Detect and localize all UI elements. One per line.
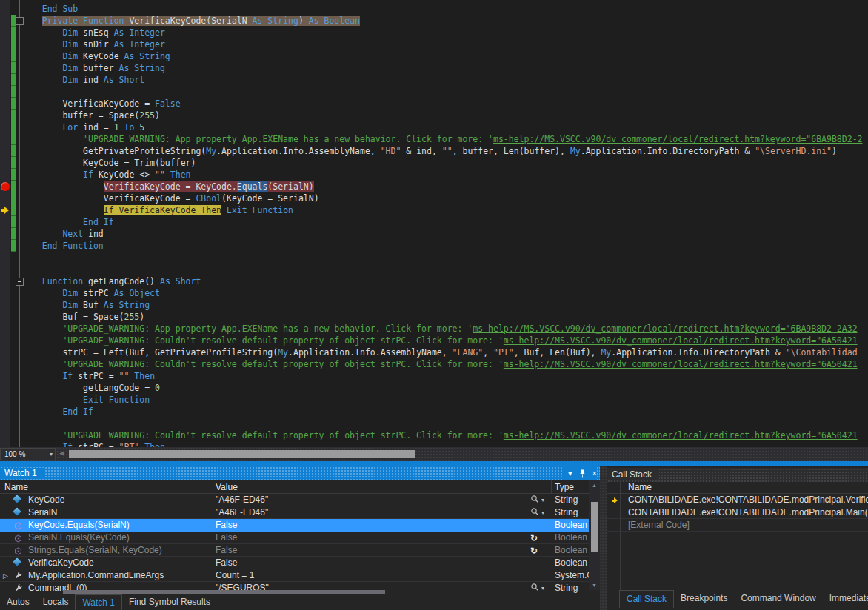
watch-row[interactable]: SerialN.Equals(KeyCode)FalseBoolean↻ xyxy=(0,532,589,544)
callstack-column-headers[interactable]: Name xyxy=(607,480,868,494)
expander-icon[interactable]: ▷ xyxy=(3,570,8,582)
watch-vertical-scrollbar[interactable]: ▲ ▼ xyxy=(589,480,600,590)
code-line[interactable]: VerificaKeyCode = False xyxy=(21,98,181,110)
breakpoint-icon[interactable] xyxy=(1,182,10,191)
code-line[interactable]: Buf = Space(255) xyxy=(21,311,144,323)
watch-row[interactable]: Strings.Equals(SerialN, KeyCode)FalseBoo… xyxy=(0,544,589,557)
callstack-frame-row[interactable]: CONTABILIDADE.exe!CONTABILIDADE.modPrinc… xyxy=(607,494,868,506)
watch-row[interactable]: ▷My.Application.CommandLineArgsCount = 1… xyxy=(0,569,589,582)
code-line[interactable]: 'UPGRADE_WARNING: Couldn't resolve defau… xyxy=(21,429,858,441)
code-line[interactable]: VerificaKeyCode = CBool(KeyCode = Serial… xyxy=(21,192,319,204)
code-line[interactable]: 'UPGRADE_WARNING: App property App.EXENa… xyxy=(21,323,858,335)
watch-horizontal-scrollbar-thumb[interactable] xyxy=(63,590,385,594)
callstack-frame-row[interactable]: CONTABILIDADE.exe!CONTABILIDADE.modPrinc… xyxy=(607,506,868,519)
code-line[interactable]: End Sub xyxy=(21,3,78,15)
chevron-down-icon[interactable]: ▾ xyxy=(541,507,544,519)
watch-type-cell: System.C xyxy=(555,569,589,581)
tab-call-stack[interactable]: Call Stack xyxy=(619,590,674,608)
code-line[interactable]: If VerificaKeyCode Then Exit Function xyxy=(21,204,293,216)
magnifier-icon[interactable] xyxy=(530,583,539,594)
column-divider[interactable] xyxy=(551,480,552,494)
refresh-value[interactable]: ↻ xyxy=(530,532,538,544)
code-line[interactable]: Dim buffer As String xyxy=(21,62,165,74)
upgrade-warning-link[interactable]: ms-help://MS.VSCC.v90/dv_commoner/local/… xyxy=(504,430,858,440)
window-position-chevron-icon[interactable]: ▾ xyxy=(568,466,572,480)
code-line[interactable]: End If xyxy=(21,216,114,228)
code-token xyxy=(21,406,62,417)
value-magnifier[interactable]: ▾ xyxy=(530,583,544,594)
watch-row[interactable]: KeyCode"A46F-ED46"String▾ xyxy=(0,494,589,506)
chevron-down-icon[interactable]: ▾ xyxy=(541,583,544,594)
value-magnifier[interactable]: ▾ xyxy=(530,495,544,506)
code-line[interactable]: 'UPGRADE_WARNING: Couldn't resolve defau… xyxy=(21,358,858,370)
code-line[interactable]: buffer = Space(255) xyxy=(21,110,160,121)
editor-horizontal-scrollbar-thumb[interactable] xyxy=(69,450,415,458)
code-line[interactable]: Dim snDir As Integer xyxy=(21,38,165,50)
tab-find-symbol-results[interactable]: Find Symbol Results xyxy=(122,594,217,610)
close-icon[interactable]: × xyxy=(592,466,597,480)
refresh-value[interactable]: ↻ xyxy=(530,545,538,557)
code-line[interactable]: getLangCode = 0 xyxy=(21,382,160,394)
pin-icon[interactable] xyxy=(579,469,586,478)
code-line[interactable]: 'UPGRADE_WARNING: App property App.EXENa… xyxy=(21,133,862,145)
code-line[interactable]: KeyCode = Trim(buffer) xyxy=(21,157,196,169)
upgrade-warning-link[interactable]: ms-help://MS.VSCC.v90/dv_commoner/local/… xyxy=(473,324,857,334)
watch-row[interactable]: SerialN"A46F-ED46"String▾ xyxy=(0,506,589,519)
code-line[interactable]: Function getLangCode() As Short xyxy=(21,275,201,287)
code-line[interactable]: End If xyxy=(21,406,93,418)
upgrade-warning-link[interactable]: ms-help://MS.VSCC.v90/dv_commoner/local/… xyxy=(504,335,858,346)
column-divider[interactable] xyxy=(210,480,210,494)
code-line[interactable]: GetPrivateProfileString(My.Application.I… xyxy=(21,145,837,157)
zoom-level-combo[interactable]: 100 % ▾ xyxy=(0,448,56,460)
scroll-up-icon[interactable]: ▲ xyxy=(589,483,600,488)
code-line[interactable]: For ind = 1 To 5 xyxy=(21,121,144,133)
code-line[interactable]: End Function xyxy=(21,240,104,252)
code-line[interactable]: Dim ind As Short xyxy=(21,74,144,86)
magnifier-icon[interactable] xyxy=(530,507,539,519)
breakpoint-margin[interactable] xyxy=(0,0,10,447)
tab-autos[interactable]: Autos xyxy=(0,594,36,610)
tab-command-window[interactable]: Command Window xyxy=(734,590,822,608)
scroll-left-icon[interactable]: ◀ xyxy=(59,449,64,457)
callstack-frame-row[interactable]: [External Code] xyxy=(607,519,868,532)
tab-immediate-window[interactable]: Immediate Window xyxy=(823,590,868,608)
tab-locals[interactable]: Locals xyxy=(36,594,76,610)
fold-collapse-toggle[interactable] xyxy=(16,278,24,286)
fold-collapse-toggle[interactable] xyxy=(16,17,24,25)
tab-watch-1[interactable]: Watch 1 xyxy=(75,594,122,610)
tab-breakpoints[interactable]: Breakpoints xyxy=(674,590,734,608)
code-line[interactable]: Dim KeyCode As String xyxy=(21,50,170,62)
watch-row[interactable]: KeyCode.Equals(SerialN)FalseBoolean xyxy=(0,519,589,532)
upgrade-warning-link[interactable]: ms-help://MS.VSCC.v90/dv_commoner/local/… xyxy=(493,134,863,144)
code-line[interactable]: 'UPGRADE_WARNING: Couldn't resolve defau… xyxy=(21,335,858,346)
code-line[interactable]: VerificaKeyCode = KeyCode.Equals(SerialN… xyxy=(21,181,314,192)
current-statement-arrow-icon[interactable] xyxy=(4,207,9,214)
code-line[interactable]: Exit Function xyxy=(21,394,150,406)
code-line[interactable]: Dim strPC As Object xyxy=(21,287,160,299)
code-token: KeyCode = Trim(buffer) xyxy=(21,158,196,168)
code-line[interactable]: Dim Buf As String xyxy=(21,299,150,311)
code-line[interactable]: If strPC = "" Then xyxy=(21,370,155,382)
watch-title-bar[interactable]: Watch 1 ▾ × xyxy=(0,466,600,480)
watch-row[interactable]: VerificaKeyCodeFalseBoolean xyxy=(0,557,589,569)
refresh-icon[interactable]: ↻ xyxy=(530,545,538,557)
code-token xyxy=(21,442,62,447)
code-editor[interactable]: End Sub Private Function VerificaKeyCode… xyxy=(0,0,868,447)
code-line[interactable]: Next ind xyxy=(21,228,104,240)
code-token: My xyxy=(278,347,288,358)
code-token: My xyxy=(570,146,581,156)
scroll-down-icon[interactable]: ▼ xyxy=(589,583,600,588)
code-line[interactable]: If KeyCode <> "" Then xyxy=(21,169,191,181)
code-line[interactable]: Private Function VerificaKeyCode(SerialN… xyxy=(21,15,360,27)
code-line[interactable]: Dim snEsq As Integer xyxy=(21,27,165,38)
watch-scrollbar-thumb[interactable] xyxy=(591,502,598,552)
refresh-icon[interactable]: ↻ xyxy=(530,532,538,544)
value-magnifier[interactable]: ▾ xyxy=(530,507,544,519)
code-line[interactable]: strPC = Left(Buf, GetPrivateProfileStrin… xyxy=(21,346,858,358)
code-line[interactable]: If strPC = "PT" Then xyxy=(21,441,165,447)
upgrade-warning-link[interactable]: ms-help://MS.VSCC.v90/dv_commoner/local/… xyxy=(504,359,858,369)
chevron-down-icon[interactable]: ▾ xyxy=(50,449,53,460)
watch-column-headers[interactable]: Name Value Type xyxy=(0,480,600,494)
magnifier-icon[interactable] xyxy=(530,495,539,506)
chevron-down-icon[interactable]: ▾ xyxy=(541,495,544,506)
